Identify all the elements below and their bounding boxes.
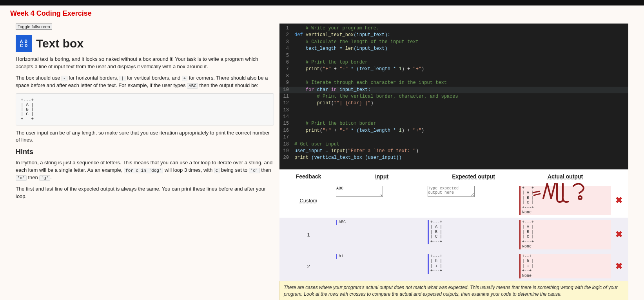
cross-icon: ✖ — [611, 195, 627, 205]
custom-expected-textarea[interactable] — [428, 186, 475, 197]
task-description-2: The box should use - for horizontal bord… — [16, 75, 274, 89]
custom-row-label: Custom — [281, 198, 336, 204]
test-input-cell: hi — [336, 254, 428, 259]
code-inline: c — [214, 168, 220, 173]
top-nav-bar — [0, 0, 644, 5]
task-header: A B C D Text box — [16, 35, 274, 52]
task-icon: A B C D — [16, 35, 32, 52]
task-description-3: The user input can be of any length, so … — [16, 129, 274, 144]
toggle-fullscreen-button[interactable]: Toggle fullscreen — [16, 24, 52, 30]
code-inline: 'g' — [39, 175, 50, 181]
code-inline: for c in 'dog' — [124, 168, 163, 173]
problem-panel: Toggle fullscreen A B C D Text box Horiz… — [16, 24, 274, 300]
feedback-col-header: Feedback — [281, 173, 336, 180]
hints-heading: Hints — [16, 148, 274, 156]
cross-icon: ✖ — [611, 229, 627, 240]
code-inline: ABC — [187, 83, 198, 89]
work-panel: 1 # Write your program here. 2def vertic… — [279, 24, 628, 300]
task-title: Text box — [36, 37, 83, 50]
page-title: Week 4 Coding Exercise — [0, 5, 644, 21]
feedback-row-2: 2 hi +---+ | h | | i | +---+ +--+ | h | … — [279, 252, 628, 281]
code-inline: 'd' — [249, 168, 260, 173]
custom-input-textarea[interactable] — [336, 186, 383, 197]
custom-actual-cell: +---+ | A | | B | | C | +---+ None — [519, 186, 611, 215]
code-inline: + — [182, 76, 188, 81]
test-actual-cell: +---+ | A | | B | | C | +---+ None — [519, 220, 611, 249]
expected-col-header: Expected output — [428, 173, 519, 180]
example-output-box: +---+ | A | | B | | C | +---+ — [16, 93, 274, 125]
main-container: Toggle fullscreen A B C D Text box Horiz… — [8, 21, 636, 300]
test-input-cell: ABC — [336, 220, 428, 225]
actual-col-header: Actual output — [519, 173, 611, 180]
cross-icon: ✖ — [611, 261, 627, 271]
feedback-panel: Feedback Input Expected output Actual ou… — [279, 169, 628, 300]
test-actual-cell: +--+ | h | | i | +--+ None — [519, 254, 611, 279]
code-inline: | — [120, 76, 125, 81]
feedback-message: There are cases where your program's act… — [279, 281, 628, 300]
hints-para-2: The first and last line of the expected … — [16, 185, 274, 200]
code-editor[interactable]: 1 # Write your program here. 2def vertic… — [279, 24, 628, 169]
test-expected-cell: +---+ | A | | B | | C | +---+ — [428, 220, 519, 245]
test-row-label: 1 — [281, 232, 336, 238]
hints-para-1: In Python, a string is just a sequence o… — [16, 159, 274, 182]
feedback-row-custom: Custom +---+ | A | | B | | C | +---+ Non… — [279, 184, 628, 218]
input-col-header: Input — [336, 173, 428, 180]
test-expected-cell: +---+ | h | | i | +---+ — [428, 254, 519, 274]
task-description-1: Horizontal text is boring, and it looks … — [16, 56, 274, 71]
test-row-label: 2 — [281, 264, 336, 269]
code-inline: 'o' — [16, 175, 27, 181]
code-inline: - — [62, 76, 67, 81]
feedback-row-1: 1 ABC +---+ | A | | B | | C | +---+ +---… — [279, 218, 628, 252]
feedback-header-row: Feedback Input Expected output Actual ou… — [279, 169, 628, 184]
